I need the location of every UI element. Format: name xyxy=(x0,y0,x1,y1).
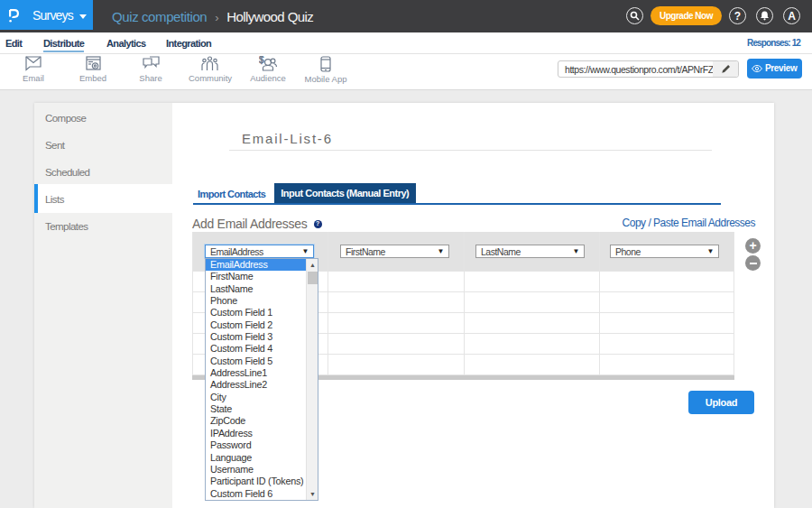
svg-text:$: $ xyxy=(259,56,264,65)
